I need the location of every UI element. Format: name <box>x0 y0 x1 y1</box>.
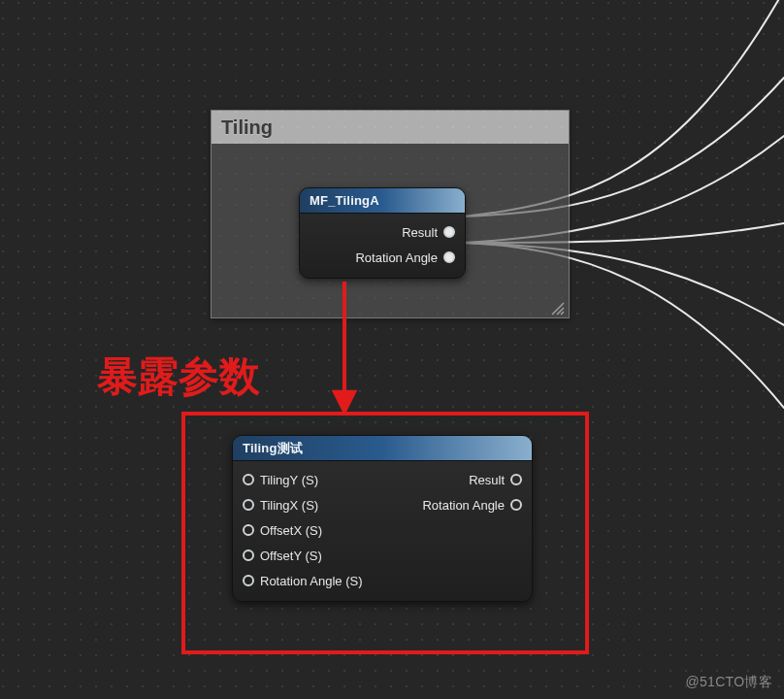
pin-label: Result <box>469 473 505 487</box>
svg-line-2 <box>561 312 564 315</box>
output-pin-result[interactable]: Result <box>394 467 522 492</box>
comment-group-title-bar[interactable]: Tiling <box>212 111 569 144</box>
pin-dot-icon[interactable] <box>443 251 455 263</box>
pin-label: TilingX (S) <box>260 498 318 513</box>
pin-dot-icon[interactable] <box>243 575 254 586</box>
resize-grip-icon[interactable] <box>549 300 565 316</box>
pin-label: TilingY (S) <box>260 473 318 487</box>
watermark: @51CTO博客 <box>686 674 772 691</box>
input-pin-offsetx[interactable]: OffsetX (S) <box>243 517 371 543</box>
node-mf-tilinga[interactable]: MF_TilingA Result Rotation Angle <box>299 187 466 279</box>
pin-dot-icon[interactable] <box>243 524 254 536</box>
pin-label: Rotation Angle <box>355 250 438 265</box>
node-title: MF_TilingA <box>310 193 379 208</box>
comment-group-title: Tiling <box>221 116 273 139</box>
pin-dot-icon[interactable] <box>243 549 254 561</box>
pin-label: Result <box>402 225 438 240</box>
output-pin-rotation-angle[interactable]: Rotation Angle <box>310 245 455 270</box>
pin-dot-icon[interactable] <box>243 474 254 485</box>
node-body: Result Rotation Angle <box>300 214 465 278</box>
node-tiling-test[interactable]: Tiling测试 TilingY (S) TilingX (S) OffsetX… <box>232 435 533 602</box>
node-header[interactable]: MF_TilingA <box>300 188 465 214</box>
output-pin-result[interactable]: Result <box>310 219 455 245</box>
pin-dot-icon[interactable] <box>443 226 455 238</box>
input-pin-offsety[interactable]: OffsetY (S) <box>243 543 371 568</box>
pin-label: OffsetX (S) <box>260 523 322 538</box>
pin-label: Rotation Angle <box>422 498 505 513</box>
input-pin-rotation-angle[interactable]: Rotation Angle (S) <box>243 568 371 593</box>
output-pin-rotation-angle[interactable]: Rotation Angle <box>394 492 522 517</box>
pin-label: Rotation Angle (S) <box>260 574 363 588</box>
annotation-label: 暴露参数 <box>97 350 260 404</box>
input-pin-tilingy[interactable]: TilingY (S) <box>243 467 371 492</box>
node-body: TilingY (S) TilingX (S) OffsetX (S) Offs… <box>233 461 532 601</box>
pin-dot-icon[interactable] <box>243 499 254 511</box>
pin-label: OffsetY (S) <box>260 549 322 563</box>
pin-dot-icon[interactable] <box>510 499 522 511</box>
input-pin-tilingx[interactable]: TilingX (S) <box>243 492 371 517</box>
pin-dot-icon[interactable] <box>510 474 522 485</box>
node-header[interactable]: Tiling测试 <box>233 436 532 461</box>
node-title: Tiling测试 <box>243 440 303 457</box>
